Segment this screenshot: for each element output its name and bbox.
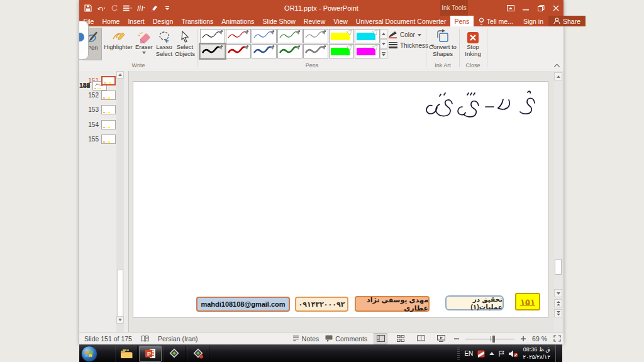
pen-style-swatch[interactable] — [355, 44, 380, 58]
chevron-down-icon — [418, 34, 421, 36]
collapse-ribbon-button[interactable] — [554, 64, 560, 67]
scroll-up-button[interactable] — [554, 72, 562, 80]
highlighter-tool-button[interactable]: Highlighter — [103, 28, 133, 60]
pen-style-swatch[interactable] — [277, 29, 303, 43]
vertical-scrollbar[interactable] — [554, 71, 562, 332]
undo-icon[interactable] — [97, 4, 106, 13]
select-objects-button[interactable]: Select Objects — [175, 28, 195, 60]
zoom-slider[interactable] — [465, 333, 514, 344]
fit-slide-button[interactable] — [553, 335, 561, 342]
floating-pen-widget[interactable] — [79, 21, 89, 60]
ribbon-tab[interactable]: Pens — [450, 16, 474, 26]
action-center-flag-icon[interactable] — [499, 351, 504, 357]
pen-style-swatch[interactable] — [252, 44, 277, 58]
pen-style-swatch[interactable] — [226, 29, 251, 43]
slide-counter[interactable]: Slide 151 of 175 — [84, 335, 132, 343]
ribbon-display-options-button[interactable] — [503, 0, 518, 16]
ribbon-tab[interactable]: Home — [98, 16, 124, 26]
svg-text:P: P — [147, 351, 151, 357]
slide-sorter-view-button[interactable] — [394, 333, 408, 344]
zoom-out-button[interactable] — [454, 336, 459, 341]
thumbnail-scrollbar[interactable] — [116, 71, 124, 332]
pen-style-swatch[interactable] — [200, 29, 225, 43]
ribbon-tab[interactable]: Design — [148, 16, 177, 26]
language-indicator[interactable]: Persian (Iran) — [158, 335, 198, 343]
ribbon-tab[interactable]: Animations — [218, 16, 258, 26]
scrollbar-thumb[interactable] — [117, 270, 123, 317]
pen-style-swatch[interactable] — [226, 44, 251, 58]
pens-icon[interactable] — [136, 4, 145, 13]
pen-style-swatch[interactable] — [303, 44, 328, 58]
course-title-box[interactable]: تحقیق در عملیات(۱) — [445, 295, 504, 310]
ribbon-tab[interactable]: Transitions — [177, 16, 218, 26]
pen-style-swatch[interactable] — [329, 29, 354, 43]
ribbon-tab[interactable]: Insert — [124, 16, 148, 26]
color-button[interactable]: Color — [389, 31, 421, 38]
ink-marker-icon[interactable] — [150, 4, 158, 13]
previous-slide-button[interactable] — [554, 299, 562, 307]
taskbar-powerpoint-button[interactable]: P — [139, 346, 162, 362]
gallery-down-button[interactable] — [380, 39, 387, 49]
scroll-up-button[interactable] — [116, 71, 124, 79]
sign-in-button[interactable]: Sign in — [518, 16, 548, 26]
tray-app-icon[interactable] — [477, 350, 485, 358]
slideshow-view-button[interactable] — [434, 333, 448, 344]
stop-inking-button[interactable]: Stop Inking — [462, 28, 484, 60]
scroll-down-button[interactable] — [116, 316, 124, 324]
comments-button[interactable]: Comments — [325, 335, 367, 343]
minimize-button[interactable] — [518, 0, 533, 16]
author-name-box[interactable]: مهدی یوسفی نژاد عطاری — [355, 296, 430, 312]
customize-qat-icon[interactable] — [163, 4, 172, 13]
zoom-slider-thumb[interactable] — [492, 336, 495, 343]
pen-style-swatch[interactable] — [355, 29, 380, 43]
gallery-up-button[interactable] — [380, 29, 387, 39]
zoom-in-button[interactable] — [521, 336, 526, 341]
slide-thumbnail-pane: 138 139 140 — [79, 71, 129, 332]
taskbar-explorer-button[interactable] — [115, 346, 138, 362]
pen-style-swatch[interactable] — [200, 44, 225, 58]
volume-muted-icon[interactable] — [509, 350, 518, 358]
lasso-select-button[interactable]: Lasso Select — [155, 28, 174, 60]
slide-number-box[interactable]: ۱۵۱ — [515, 293, 540, 310]
reading-view-button[interactable] — [414, 333, 428, 344]
slide-thumbnail[interactable]: 155 — [79, 132, 116, 146]
spellcheck-icon[interactable] — [141, 335, 149, 343]
slide-thumbnail[interactable]: 153 — [79, 102, 116, 117]
zoom-level[interactable]: 69 % — [532, 335, 547, 343]
start-button[interactable] — [81, 346, 97, 362]
ribbon-tab[interactable]: Universal Document Converter — [352, 16, 450, 26]
convert-to-shapes-button[interactable]: Convert to Shapes — [428, 28, 457, 60]
ribbon-tab[interactable]: Slide Show — [258, 16, 300, 26]
clock-time: 08:36 ق.ظ — [523, 346, 550, 353]
eraser-tool-button[interactable]: Eraser — [135, 28, 153, 60]
taskbar-clock[interactable]: 08:36 ق.ظ ۲۰۲۵/۲۸/۱۲ — [523, 346, 550, 361]
scroll-down-button[interactable] — [554, 289, 562, 297]
restore-button[interactable] — [533, 0, 548, 16]
taskbar-photo-app2-button[interactable] — [187, 346, 209, 362]
tray-language-indicator[interactable]: EN — [464, 350, 473, 357]
normal-view-button[interactable] — [374, 333, 387, 344]
share-button[interactable]: Share — [548, 16, 586, 26]
gallery-more-button[interactable] — [380, 49, 387, 59]
ribbon-tab[interactable]: View — [330, 16, 352, 26]
scrollbar-thumb[interactable] — [555, 259, 562, 275]
slide-thumbnail[interactable]: 154 — [79, 118, 116, 132]
show-hidden-icons-chevron[interactable] — [489, 352, 494, 355]
email-box[interactable]: mahdi108108@gmail.com — [196, 297, 290, 312]
pen-style-swatch[interactable] — [303, 29, 328, 43]
pen-style-swatch[interactable] — [252, 29, 277, 43]
pen-style-swatch[interactable] — [277, 44, 303, 58]
phone-box[interactable]: ۰۹۱۴۳۲۰۰۰۹۲ — [295, 297, 348, 312]
pen-style-swatch[interactable] — [329, 44, 354, 58]
tell-me-button[interactable]: Tell me... — [474, 16, 518, 26]
list-icon[interactable] — [123, 4, 132, 13]
save-icon[interactable] — [84, 4, 92, 13]
close-button[interactable] — [548, 0, 564, 16]
next-slide-button[interactable] — [554, 309, 562, 317]
show-desktop-button[interactable] — [555, 345, 562, 362]
slide-canvas[interactable]: mahdi108108@gmail.com ۰۹۱۴۳۲۰۰۰۹۲ مهدی ی… — [133, 81, 548, 318]
ribbon-tab[interactable]: Review — [299, 16, 329, 26]
taskbar-photo-app-button[interactable] — [163, 346, 186, 362]
handwritten-ink[interactable] — [413, 87, 539, 126]
notes-button[interactable]: Notes — [292, 335, 319, 343]
